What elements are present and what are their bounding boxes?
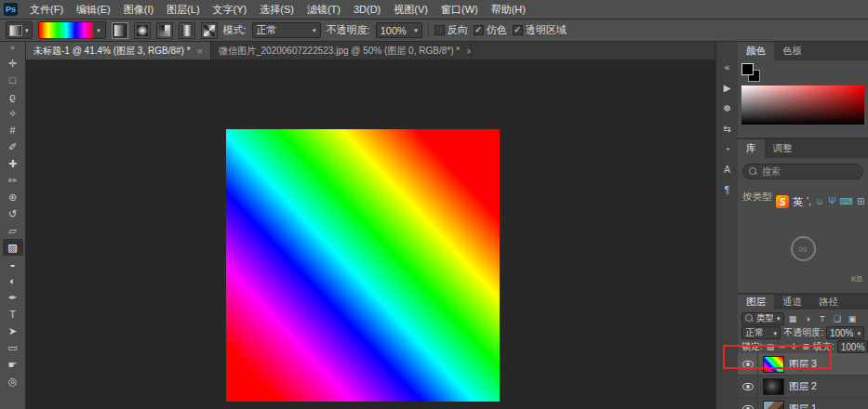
paragraph-panel-icon[interactable]: ¶: [719, 183, 736, 196]
lock-transparency-icon[interactable]: ▨: [767, 342, 775, 351]
menu-item-view[interactable]: 视图(V): [387, 0, 434, 20]
ime-punctuation-toggle[interactable]: ’,: [807, 197, 811, 206]
reverse-checkbox[interactable]: [434, 25, 445, 35]
type-tool[interactable]: T: [3, 306, 23, 323]
zoom-tool[interactable]: ◎: [3, 373, 23, 389]
library-search-input[interactable]: 搜索: [742, 164, 863, 179]
lock-all-icon[interactable]: ⊞: [802, 342, 809, 351]
cloud-sync-icon[interactable]: ∞: [791, 236, 816, 261]
diamond-gradient-button[interactable]: [201, 22, 218, 39]
tab-paths[interactable]: 路径: [810, 295, 847, 310]
history-brush-tool[interactable]: ↺: [3, 205, 23, 222]
lock-pixels-icon[interactable]: ✏: [779, 342, 786, 351]
layer-name[interactable]: 图层 2: [789, 380, 817, 393]
close-icon[interactable]: ×: [197, 46, 203, 57]
move-tool[interactable]: ✛: [3, 55, 23, 72]
toolbox-icon[interactable]: ⊞: [857, 197, 864, 206]
layer-name[interactable]: 图层 1: [789, 402, 817, 409]
tab-color[interactable]: 颜色: [738, 42, 774, 60]
blend-mode-select[interactable]: 正常 ▾: [252, 22, 321, 38]
filter-type-icon[interactable]: T: [817, 314, 829, 323]
tab-swatches[interactable]: 色板: [774, 42, 810, 60]
menu-item-edit[interactable]: 编辑(E): [70, 0, 117, 20]
actions-icon[interactable]: ▶: [719, 81, 736, 94]
radial-gradient-button[interactable]: [134, 22, 151, 39]
history-icon[interactable]: ◔: [719, 142, 736, 155]
emoji-icon[interactable]: ☺: [815, 197, 824, 206]
tab-libraries[interactable]: 库: [738, 139, 765, 158]
filter-shape-icon[interactable]: ❏: [832, 314, 844, 323]
tab-channels[interactable]: 通道: [774, 295, 810, 310]
filter-pixel-icon[interactable]: ▦: [787, 314, 799, 323]
dodge-tool[interactable]: ◐: [3, 272, 23, 289]
reflected-gradient-button[interactable]: [179, 22, 195, 39]
brush-tool[interactable]: ✏: [3, 172, 23, 189]
adjustments-icon[interactable]: ⇆: [719, 122, 736, 135]
layer-fill-select[interactable]: 100%: [837, 340, 868, 353]
canvas-area[interactable]: [26, 60, 715, 409]
layer-name[interactable]: 图层 3: [789, 358, 817, 371]
menu-item-type[interactable]: 文字(Y): [207, 0, 254, 20]
marquee-tool[interactable]: □: [3, 72, 23, 88]
foreground-color-swatch[interactable]: [741, 63, 754, 75]
collapse-toolbar-icon[interactable]: »: [10, 44, 14, 55]
menu-item-select[interactable]: 选择(S): [253, 0, 300, 20]
transparency-checkbox[interactable]: ✓: [513, 25, 523, 35]
character-panel-icon[interactable]: A: [719, 163, 736, 176]
hand-tool[interactable]: ☛: [3, 356, 23, 373]
visibility-eye-icon[interactable]: [742, 361, 754, 368]
dither-checkbox[interactable]: ✓: [474, 25, 484, 35]
pen-tool[interactable]: ✒: [3, 289, 23, 306]
close-icon[interactable]: ×: [466, 46, 472, 57]
path-select-tool[interactable]: ➤: [3, 323, 23, 339]
expand-panels-icon[interactable]: «: [719, 60, 736, 73]
layer-opacity-select[interactable]: 100% ▾: [826, 326, 864, 339]
blur-tool[interactable]: ◒: [3, 256, 23, 272]
opacity-select[interactable]: 100% ▾: [376, 22, 422, 38]
lock-position-icon[interactable]: ✛: [791, 342, 798, 351]
eraser-tool[interactable]: ▱: [3, 222, 23, 239]
gradient-tool[interactable]: ▨: [3, 239, 23, 256]
tool-preset-dropdown[interactable]: ▾: [6, 21, 33, 39]
menu-item-image[interactable]: 图像(I): [117, 0, 160, 20]
angle-gradient-button[interactable]: [156, 22, 173, 39]
tab-adjustments[interactable]: 调整: [765, 139, 801, 158]
sogou-logo[interactable]: S: [776, 195, 789, 208]
gradient-picker[interactable]: ▾: [38, 21, 106, 39]
properties-icon[interactable]: ☸: [719, 101, 736, 114]
menu-item-window[interactable]: 窗口(W): [434, 0, 485, 20]
menu-item-help[interactable]: 帮助(H): [485, 0, 532, 20]
layer-row-3[interactable]: 图层 3: [738, 353, 868, 376]
visibility-eye-icon[interactable]: [742, 405, 754, 409]
layer-blend-mode-select[interactable]: 正常 ▾: [741, 326, 781, 339]
saturation-brightness-field[interactable]: [741, 86, 864, 125]
keyboard-icon[interactable]: ⌨: [840, 197, 853, 206]
doc-tab-untitled[interactable]: 未标题-1 @ 41.4% (图层 3, RGB/8#) * ×: [26, 42, 211, 59]
crop-tool[interactable]: #: [3, 122, 23, 139]
visibility-eye-icon[interactable]: [742, 383, 754, 390]
layer-row-2[interactable]: 图层 2: [738, 376, 868, 398]
layer-thumbnail[interactable]: [763, 378, 784, 395]
mic-icon[interactable]: Ψ: [828, 197, 835, 206]
document-canvas-rainbow-gradient[interactable]: [226, 129, 500, 402]
layer-kind-select[interactable]: 类型 ▾: [741, 312, 784, 325]
layer-row-1[interactable]: 图层 1: [738, 398, 868, 409]
menu-item-file[interactable]: 文件(F): [23, 0, 70, 20]
lasso-tool[interactable]: ϱ: [3, 88, 23, 105]
magic-wand-tool[interactable]: ✧: [3, 105, 23, 122]
clone-stamp-tool[interactable]: ⊛: [3, 189, 23, 205]
healing-brush-tool[interactable]: ✚: [3, 155, 23, 172]
filter-adjustment-icon[interactable]: ◑: [802, 314, 814, 323]
menu-item-layer[interactable]: 图层(L): [160, 0, 206, 20]
layer-thumbnail[interactable]: [763, 356, 784, 373]
layer-thumbnail[interactable]: [763, 401, 784, 409]
menu-item-3d[interactable]: 3D(D): [347, 0, 387, 20]
eyedropper-tool[interactable]: ✐: [3, 139, 23, 155]
filter-smart-icon[interactable]: ▣: [847, 314, 859, 323]
linear-gradient-button[interactable]: [112, 22, 128, 39]
menu-item-filter[interactable]: 滤镜(T): [300, 0, 347, 20]
tab-layers[interactable]: 图层: [738, 295, 774, 310]
shape-tool[interactable]: ▭: [3, 339, 23, 356]
ime-language-toggle[interactable]: 英: [793, 195, 803, 209]
doc-tab-weixin-image[interactable]: 微信图片_20200607222523.jpg @ 50% (图层 0, RGB…: [211, 42, 472, 59]
